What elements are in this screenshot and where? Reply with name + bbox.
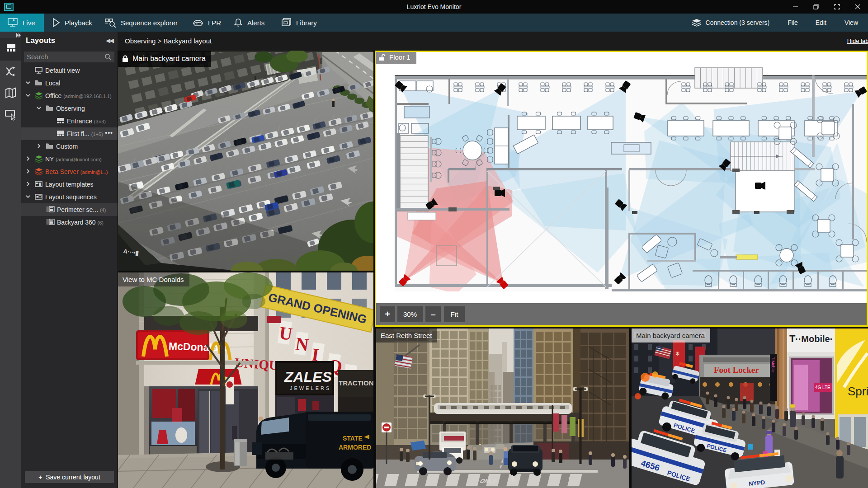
svg-text:··Mobile·: ··Mobile·	[795, 334, 833, 344]
svg-text:❄: ❄	[675, 351, 680, 357]
svg-text:Foot Locker: Foot Locker	[714, 365, 759, 375]
svg-text:T: T	[789, 333, 796, 344]
svg-text:JEWELERS: JEWELERS	[290, 385, 331, 391]
svg-text:ARMORED: ARMORED	[339, 444, 371, 451]
svg-text:4G LTE: 4G LTE	[815, 385, 830, 390]
svg-text:Sprint: Sprint	[848, 385, 868, 398]
svg-text:ZALES: ZALES	[284, 369, 332, 385]
svg-text:TRACTION: TRACTION	[339, 379, 373, 387]
svg-text:T-Mobile: T-Mobile	[771, 357, 775, 373]
svg-text:STATE: STATE	[343, 435, 363, 442]
